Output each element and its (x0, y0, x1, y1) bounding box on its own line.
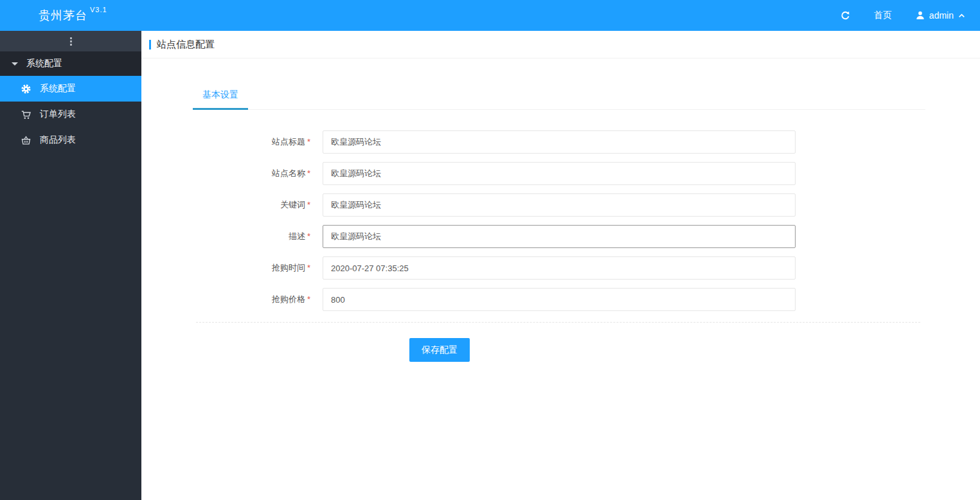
chevron-up-icon (958, 12, 966, 20)
required-mark: * (307, 168, 310, 178)
title-accent-bar (149, 40, 151, 49)
topbar-actions: 首页 admin (840, 10, 966, 21)
home-link[interactable]: 首页 (874, 10, 892, 21)
sidebar-item-label: 系统配置 (40, 83, 76, 94)
topbar: 贵州茅台V3.1 首页 admin (0, 0, 980, 31)
vertical-dots-icon (70, 37, 72, 46)
field-label: 关键词 (280, 200, 305, 210)
sidebar-item-label: 订单列表 (40, 109, 76, 120)
keywords-input[interactable] (323, 193, 796, 217)
sidebar-item-product-list[interactable]: 商品列表 (0, 127, 141, 153)
form-row-keywords: 关键词* (193, 193, 925, 217)
app-logo-text: 贵州茅台 (39, 9, 87, 22)
page-header: 站点信息配置 (141, 31, 980, 58)
basket-icon (21, 135, 31, 146)
refresh-button[interactable] (840, 10, 851, 21)
sidebar-menu: 系统配置 订单列表 (0, 76, 141, 153)
site-name-input[interactable] (323, 162, 796, 185)
field-label: 抢购价格 (272, 294, 305, 304)
username: admin (929, 10, 954, 21)
field-label: 抢购时间 (272, 263, 305, 272)
form-divider (196, 322, 920, 323)
form-row-site-title: 站点标题* (193, 130, 925, 154)
sidebar: 系统配置 系统配置 (0, 31, 141, 500)
app-version: V3.1 (90, 6, 107, 13)
gear-icon (21, 84, 31, 94)
cart-icon (21, 109, 31, 120)
tab-basic-settings[interactable]: 基本设置 (193, 84, 248, 110)
nav-group-label: 系统配置 (26, 58, 62, 69)
caret-down-icon (12, 62, 18, 66)
user-menu[interactable]: admin (915, 10, 966, 21)
form-row-description: 描述* (193, 225, 925, 248)
tab-bar: 基本设置 (193, 84, 925, 110)
form-row-rush-time: 抢购时间* (193, 256, 925, 280)
required-mark: * (307, 200, 310, 210)
sidebar-item-system-config[interactable]: 系统配置 (0, 76, 141, 102)
sidebar-collapse-handle[interactable] (0, 31, 141, 51)
site-title-input[interactable] (323, 130, 796, 154)
rush-price-input[interactable] (323, 288, 796, 311)
field-label: 描述 (289, 231, 305, 241)
site-config-form: 站点标题* 站点名称* 关键词* 描述* (193, 130, 925, 362)
sidebar-item-label: 商品列表 (40, 134, 76, 146)
main-content: 站点信息配置 基本设置 站点标题* 站点名称* (141, 31, 980, 500)
field-label: 站点名称 (272, 168, 305, 178)
user-icon (915, 10, 925, 21)
required-mark: * (307, 137, 310, 147)
refresh-icon (840, 10, 851, 21)
field-label: 站点标题 (272, 137, 305, 147)
required-mark: * (307, 294, 310, 304)
description-input[interactable] (323, 225, 796, 248)
form-row-site-name: 站点名称* (193, 162, 925, 185)
page-title: 站点信息配置 (157, 39, 215, 51)
nav-group-system-config[interactable]: 系统配置 (0, 51, 141, 76)
save-button[interactable]: 保存配置 (409, 338, 470, 362)
required-mark: * (307, 231, 310, 241)
rush-time-input[interactable] (323, 256, 796, 280)
app-logo[interactable]: 贵州茅台V3.1 (39, 8, 107, 23)
form-row-rush-price: 抢购价格* (193, 288, 925, 311)
required-mark: * (307, 263, 310, 272)
sidebar-item-order-list[interactable]: 订单列表 (0, 102, 141, 127)
